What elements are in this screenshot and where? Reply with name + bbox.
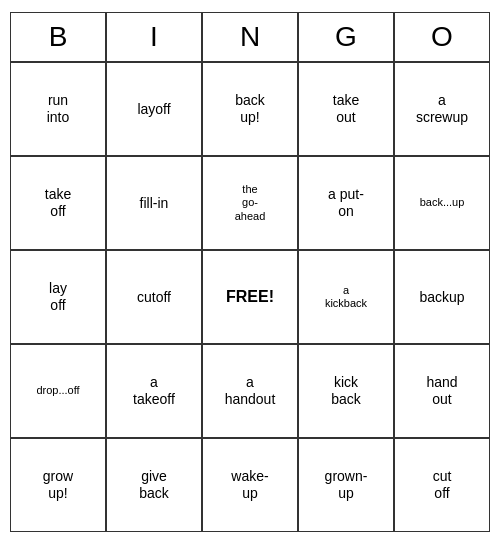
bingo-cell: a handout: [202, 344, 298, 438]
bingo-cell: lay off: [10, 250, 106, 344]
bingo-cell: hand out: [394, 344, 490, 438]
bingo-cell: take off: [10, 156, 106, 250]
bingo-cell: a screwup: [394, 62, 490, 156]
bingo-cell: cut off: [394, 438, 490, 532]
bingo-cell: backup: [394, 250, 490, 344]
bingo-cell: grown- up: [298, 438, 394, 532]
bingo-cell: take out: [298, 62, 394, 156]
bingo-cell: FREE!: [202, 250, 298, 344]
header-letter: N: [202, 12, 298, 62]
header-letter: B: [10, 12, 106, 62]
bingo-cell: back up!: [202, 62, 298, 156]
bingo-grid: run intolayoffback up!take outa screwupt…: [10, 62, 490, 532]
bingo-cell: the go- ahead: [202, 156, 298, 250]
bingo-cell: drop...off: [10, 344, 106, 438]
bingo-cell: give back: [106, 438, 202, 532]
bingo-cell: back...up: [394, 156, 490, 250]
bingo-cell: a put- on: [298, 156, 394, 250]
bingo-cell: layoff: [106, 62, 202, 156]
bingo-cell: run into: [10, 62, 106, 156]
header-letter: I: [106, 12, 202, 62]
bingo-cell: wake- up: [202, 438, 298, 532]
bingo-board: BINGO run intolayoffback up!take outa sc…: [10, 12, 490, 532]
bingo-cell: cutoff: [106, 250, 202, 344]
bingo-cell: a takeoff: [106, 344, 202, 438]
bingo-cell: a kickback: [298, 250, 394, 344]
header-letter: O: [394, 12, 490, 62]
bingo-cell: kick back: [298, 344, 394, 438]
bingo-cell: grow up!: [10, 438, 106, 532]
bingo-header: BINGO: [10, 12, 490, 62]
bingo-cell: fill-in: [106, 156, 202, 250]
header-letter: G: [298, 12, 394, 62]
